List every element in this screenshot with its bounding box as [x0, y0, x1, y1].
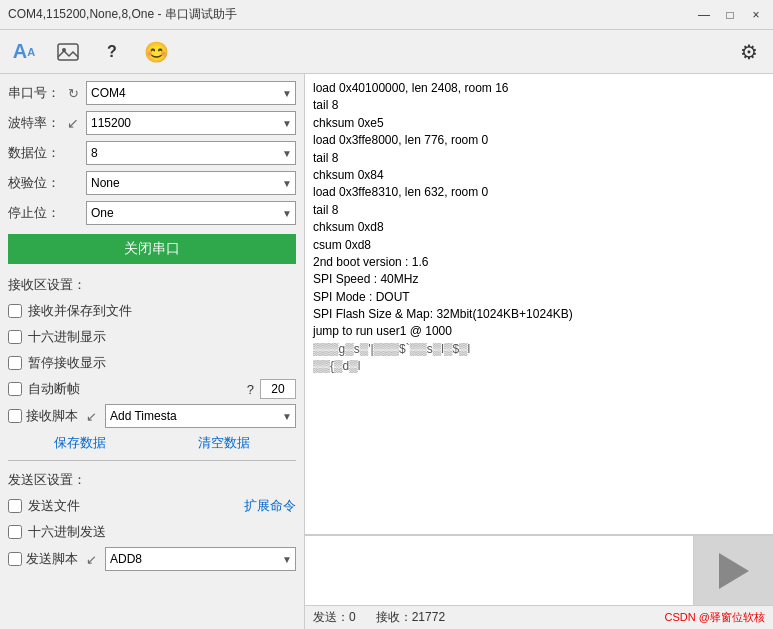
- terminal-wrapper: load 0x40100000, len 2408, room 16tail 8…: [305, 74, 773, 535]
- stop-select-wrapper: One One5 Two ▼: [86, 201, 296, 225]
- left-panel: 串口号： ↻ COM4 COM1 COM2 COM3 COM5 ▼ 波特率： ↙…: [0, 74, 305, 629]
- toolbar: AA ? 😊 ⚙: [0, 30, 773, 74]
- save-to-file-row: 接收并保存到文件: [8, 300, 296, 322]
- recv-label: 接收：: [376, 610, 412, 624]
- send-script-select-wrapper: ADD8 ▼: [105, 547, 296, 571]
- recv-status: 接收：21772: [376, 609, 445, 626]
- parity-select[interactable]: None Odd Even Mark Space: [86, 171, 296, 195]
- image-icon[interactable]: [54, 38, 82, 66]
- hex-display-label: 十六进制显示: [28, 328, 106, 346]
- receive-section-header: 接收区设置：: [8, 276, 296, 294]
- baud-icon: ↙: [64, 114, 82, 132]
- emoji-icon[interactable]: 😊: [142, 38, 170, 66]
- data-bits-row: 数据位： 8 5 6 7 ▼: [8, 140, 296, 166]
- pause-display-row: 暂停接收显示: [8, 352, 296, 374]
- save-to-file-checkbox[interactable]: [8, 304, 22, 318]
- titlebar: COM4,115200,None,8,One - 串口调试助手 — □ ×: [0, 0, 773, 30]
- close-button[interactable]: ×: [747, 6, 765, 24]
- send-file-row: 发送文件 扩展命令: [8, 495, 296, 517]
- port-select[interactable]: COM4 COM1 COM2 COM3 COM5: [86, 81, 296, 105]
- window-controls: — □ ×: [695, 6, 765, 24]
- minimize-button[interactable]: —: [695, 6, 713, 24]
- right-panel: load 0x40100000, len 2408, room 16tail 8…: [305, 74, 773, 629]
- watermark: CSDN @驿窗位软核: [665, 610, 765, 625]
- settings-icon[interactable]: ⚙: [735, 38, 763, 66]
- recv-script-select-wrapper: Add Timesta ▼: [105, 404, 296, 428]
- send-triangle-icon: [719, 553, 749, 589]
- hex-send-row: 十六进制发送: [8, 521, 296, 543]
- auto-frame-label: 自动断帧: [28, 380, 241, 398]
- send-status: 发送：0: [313, 609, 356, 626]
- send-button[interactable]: [693, 536, 773, 605]
- font-icon[interactable]: AA: [10, 38, 38, 66]
- auto-frame-checkbox[interactable]: [8, 382, 22, 396]
- terminal-output: load 0x40100000, len 2408, room 16tail 8…: [305, 74, 773, 535]
- baud-label: 波特率：: [8, 114, 60, 132]
- hex-display-row: 十六进制显示: [8, 326, 296, 348]
- stop-bits-label: 停止位：: [8, 204, 60, 222]
- maximize-button[interactable]: □: [721, 6, 739, 24]
- send-script-row: 发送脚本 ↙ ADD8 ▼: [8, 547, 296, 571]
- send-script-label: 发送脚本: [26, 550, 78, 568]
- data-select-wrapper: 8 5 6 7 ▼: [86, 141, 296, 165]
- divider: [8, 460, 296, 461]
- window-title: COM4,115200,None,8,One - 串口调试助手: [8, 6, 237, 23]
- hex-display-checkbox[interactable]: [8, 330, 22, 344]
- send-file-checkbox[interactable]: [8, 499, 22, 513]
- auto-frame-input[interactable]: [260, 379, 296, 399]
- send-label: 发送：: [313, 610, 349, 624]
- recv-value: 21772: [412, 610, 445, 624]
- svg-rect-0: [58, 44, 78, 60]
- pause-display-checkbox[interactable]: [8, 356, 22, 370]
- send-file-label: 发送文件: [28, 497, 80, 515]
- status-bar: 发送：0 接收：21772 CSDN @驿窗位软核: [305, 605, 773, 629]
- recv-script-label: 接收脚本: [26, 407, 78, 425]
- send-section-header: 发送区设置：: [8, 471, 296, 489]
- send-value: 0: [349, 610, 356, 624]
- send-script-checkbox[interactable]: [8, 552, 22, 566]
- parity-label: 校验位：: [8, 174, 60, 192]
- port-select-wrapper: COM4 COM1 COM2 COM3 COM5 ▼: [86, 81, 296, 105]
- port-label: 串口号：: [8, 84, 60, 102]
- port-row: 串口号： ↻ COM4 COM1 COM2 COM3 COM5 ▼: [8, 80, 296, 106]
- parity-select-wrapper: None Odd Even Mark Space ▼: [86, 171, 296, 195]
- main-layout: 串口号： ↻ COM4 COM1 COM2 COM3 COM5 ▼ 波特率： ↙…: [0, 74, 773, 629]
- input-area: [305, 535, 773, 605]
- send-input[interactable]: [305, 536, 693, 605]
- baud-row: 波特率： ↙ 115200 9600 19200 38400 57600 ▼: [8, 110, 296, 136]
- recv-script-select[interactable]: Add Timesta: [105, 404, 296, 428]
- extend-cmd-button[interactable]: 扩展命令: [244, 497, 296, 515]
- recv-script-icon: ↙: [86, 409, 97, 424]
- auto-frame-row: 自动断帧 ?: [8, 378, 296, 400]
- recv-script-checkbox[interactable]: [8, 409, 22, 423]
- auto-frame-question[interactable]: ?: [247, 382, 254, 397]
- toolbar-left: AA ? 😊: [10, 38, 170, 66]
- close-port-button[interactable]: 关闭串口: [8, 234, 296, 264]
- data-bits-label: 数据位：: [8, 144, 60, 162]
- hex-send-label: 十六进制发送: [28, 523, 106, 541]
- stop-select[interactable]: One One5 Two: [86, 201, 296, 225]
- save-to-file-label: 接收并保存到文件: [28, 302, 132, 320]
- data-select[interactable]: 8 5 6 7: [86, 141, 296, 165]
- recv-script-row: 接收脚本 ↙ Add Timesta ▼: [8, 404, 296, 428]
- links-row: 保存数据 清空数据: [8, 434, 296, 452]
- stop-bits-row: 停止位： One One5 Two ▼: [8, 200, 296, 226]
- pause-display-label: 暂停接收显示: [28, 354, 106, 372]
- refresh-icon[interactable]: ↻: [64, 84, 82, 102]
- send-script-select[interactable]: ADD8: [105, 547, 296, 571]
- baud-select-wrapper: 115200 9600 19200 38400 57600 ▼: [86, 111, 296, 135]
- help-icon[interactable]: ?: [98, 38, 126, 66]
- baud-select[interactable]: 115200 9600 19200 38400 57600: [86, 111, 296, 135]
- save-data-button[interactable]: 保存数据: [54, 434, 106, 452]
- parity-row: 校验位： None Odd Even Mark Space ▼: [8, 170, 296, 196]
- hex-send-checkbox[interactable]: [8, 525, 22, 539]
- send-script-icon: ↙: [86, 552, 97, 567]
- clear-data-button[interactable]: 清空数据: [198, 434, 250, 452]
